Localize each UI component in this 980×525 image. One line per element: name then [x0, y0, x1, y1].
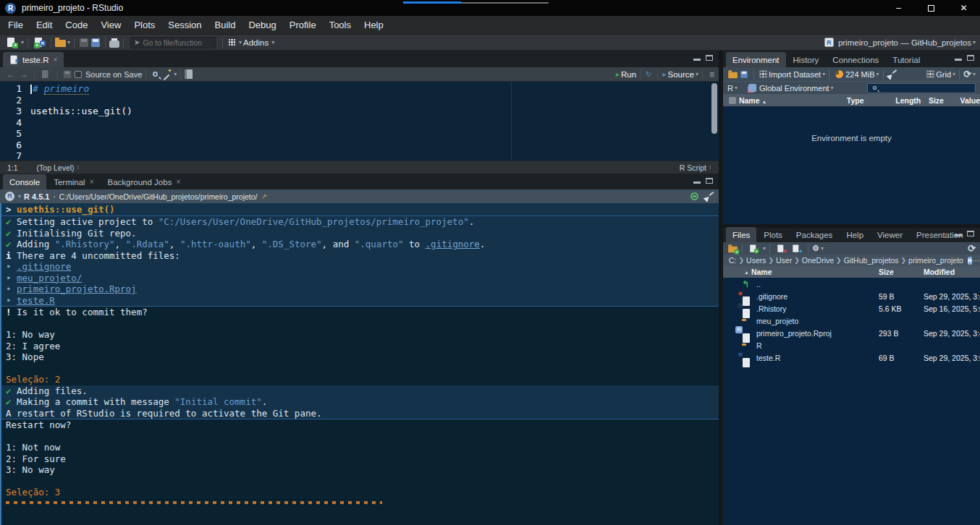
- open-file-button[interactable]: [55, 40, 66, 47]
- refresh-environment-icon[interactable]: ⟳: [963, 70, 971, 78]
- file-name[interactable]: .Rhistory: [756, 304, 879, 313]
- code-line[interactable]: [30, 128, 719, 140]
- menu-file[interactable]: File: [1, 16, 30, 34]
- env-col-value[interactable]: Value: [958, 96, 980, 105]
- tab-tutorial[interactable]: Tutorial: [886, 52, 926, 67]
- console-link[interactable]: primeiro_projeto.Rproj: [17, 283, 137, 294]
- tab-console[interactable]: Console: [3, 174, 46, 189]
- r-version-icon[interactable]: R: [5, 192, 14, 201]
- popout-window-icon[interactable]: [41, 69, 51, 80]
- minimize-button[interactable]: –: [882, 0, 915, 16]
- goto-directory-icon[interactable]: ↗: [261, 192, 267, 200]
- code-editor[interactable]: 12345678 # primeirousethis::use_git(): [0, 82, 719, 161]
- maximize-console-icon[interactable]: [706, 178, 713, 184]
- console-link[interactable]: .gitignore: [17, 261, 71, 272]
- language-caret-icon[interactable]: ▾: [735, 85, 738, 91]
- print-button[interactable]: [109, 40, 119, 48]
- goto-file-function-input[interactable]: [143, 38, 212, 47]
- breadcrumb-item[interactable]: C:: [729, 256, 737, 265]
- new-project-button[interactable]: R+: [33, 37, 46, 48]
- suspend-session-icon[interactable]: [690, 192, 698, 200]
- files-col-size[interactable]: Size: [879, 268, 924, 276]
- breadcrumb-item[interactable]: GitHub_projetos: [844, 256, 899, 265]
- menu-code[interactable]: Code: [59, 16, 94, 34]
- tab-environment[interactable]: Environment: [726, 52, 786, 67]
- scope-indicator[interactable]: (Top Level): [37, 163, 75, 172]
- tab-background-jobs[interactable]: Background Jobs×: [101, 174, 187, 189]
- clear-environment-icon[interactable]: [887, 69, 897, 79]
- menu-build[interactable]: Build: [208, 16, 242, 34]
- delete-file-button[interactable]: ✕: [777, 244, 787, 253]
- close-tab-icon[interactable]: ×: [176, 178, 180, 186]
- global-env-caret-icon[interactable]: ▾: [831, 85, 834, 91]
- code-line[interactable]: usethis::use_git(): [30, 106, 719, 117]
- load-workspace-icon[interactable]: [728, 72, 738, 79]
- file-row[interactable]: ◷.Rhistory5.6 KBSep 16, 2025, 5:00: [723, 302, 980, 315]
- env-col-size[interactable]: Size: [926, 96, 958, 105]
- file-name[interactable]: R: [756, 341, 879, 350]
- menu-debug[interactable]: Debug: [242, 16, 282, 34]
- env-col-type[interactable]: Type: [844, 96, 892, 105]
- environment-search-input[interactable]: [879, 84, 972, 92]
- select-all-checkbox[interactable]: [729, 97, 736, 104]
- breadcrumb-item[interactable]: User: [776, 256, 792, 265]
- panes-caret-icon[interactable]: ▾: [239, 39, 242, 46]
- memory-usage-icon[interactable]: [835, 70, 843, 78]
- file-row[interactable]: Rprimeiro_projeto.Rproj293 BSep 29, 2025…: [723, 327, 980, 339]
- tab-files[interactable]: Files: [726, 227, 756, 242]
- refresh-caret-icon[interactable]: ▾: [973, 71, 976, 77]
- menu-profile[interactable]: Profile: [283, 16, 323, 34]
- code-line[interactable]: [30, 117, 719, 129]
- tab-connections[interactable]: Connections: [826, 52, 885, 67]
- editor-scrollbar[interactable]: [711, 83, 717, 134]
- source-caret-icon[interactable]: ▾: [696, 71, 698, 77]
- file-row[interactable]: Rteste.R69 BSep 29, 2025, 3:52: [723, 351, 980, 364]
- code-line[interactable]: # primeiro: [30, 83, 719, 95]
- tab-plots[interactable]: Plots: [757, 227, 789, 242]
- console-link[interactable]: .gitignore: [426, 239, 480, 249]
- find-replace-icon[interactable]: [153, 72, 158, 77]
- import-dataset-icon[interactable]: [760, 71, 767, 78]
- console-link[interactable]: meu_projeto/: [17, 273, 82, 283]
- project-selector[interactable]: R primeiro_projeto — GitHub_projetos ▾: [824, 38, 976, 47]
- file-name[interactable]: .gitignore: [756, 292, 879, 301]
- forward-icon[interactable]: →: [20, 69, 28, 80]
- addins-caret-icon[interactable]: ▾: [271, 39, 274, 46]
- import-dataset-caret-icon[interactable]: ▾: [822, 71, 825, 77]
- file-row[interactable]: ↰..: [723, 278, 980, 290]
- memory-usage-label[interactable]: 224 MiB: [845, 70, 874, 79]
- file-name[interactable]: ..: [756, 280, 879, 289]
- close-tab-icon[interactable]: ×: [53, 56, 57, 64]
- r-version-caret-icon[interactable]: ▾: [18, 193, 21, 200]
- file-row[interactable]: ◆.gitignore59 BSep 29, 2025, 3:48: [723, 290, 980, 302]
- code-line[interactable]: [30, 140, 719, 151]
- global-environment-selector[interactable]: Global Environment: [759, 84, 829, 93]
- filetype-selector[interactable]: R Script: [680, 163, 706, 172]
- console-output[interactable]: > usethis::use_git()✔ Setting active pro…: [0, 203, 719, 525]
- restore-button[interactable]: [915, 0, 947, 16]
- code-tools-icon[interactable]: [162, 70, 171, 79]
- grid-view-button[interactable]: Grid: [936, 70, 951, 79]
- grid-view-icon[interactable]: [927, 71, 934, 78]
- document-outline-icon[interactable]: ≡: [709, 69, 714, 80]
- env-col-name[interactable]: Name▲: [736, 96, 844, 105]
- console-link[interactable]: teste.R: [17, 295, 55, 306]
- code-tools-caret-icon[interactable]: ▾: [174, 71, 177, 77]
- goto-file-function-box[interactable]: ➤: [130, 37, 216, 48]
- close-button[interactable]: ✕: [947, 0, 980, 16]
- tab-packages[interactable]: Packages: [790, 227, 840, 242]
- source-button[interactable]: Source: [668, 70, 694, 79]
- back-icon[interactable]: ←: [7, 69, 15, 80]
- files-col-modified[interactable]: Modified: [924, 268, 980, 276]
- tab-help[interactable]: Help: [840, 227, 870, 242]
- save-workspace-icon[interactable]: [740, 71, 748, 78]
- refresh-files-icon[interactable]: ⟳: [968, 244, 976, 252]
- run-button[interactable]: Run: [621, 70, 636, 79]
- environment-search-box[interactable]: [867, 83, 976, 93]
- tab-terminal[interactable]: Terminal×: [47, 174, 100, 189]
- close-tab-icon[interactable]: ×: [90, 178, 94, 186]
- grid-caret-icon[interactable]: ▾: [952, 71, 955, 77]
- new-file-caret2-icon[interactable]: ▾: [763, 245, 766, 252]
- file-name[interactable]: primeiro_projeto.Rproj: [756, 329, 879, 338]
- language-selector[interactable]: R: [727, 84, 733, 93]
